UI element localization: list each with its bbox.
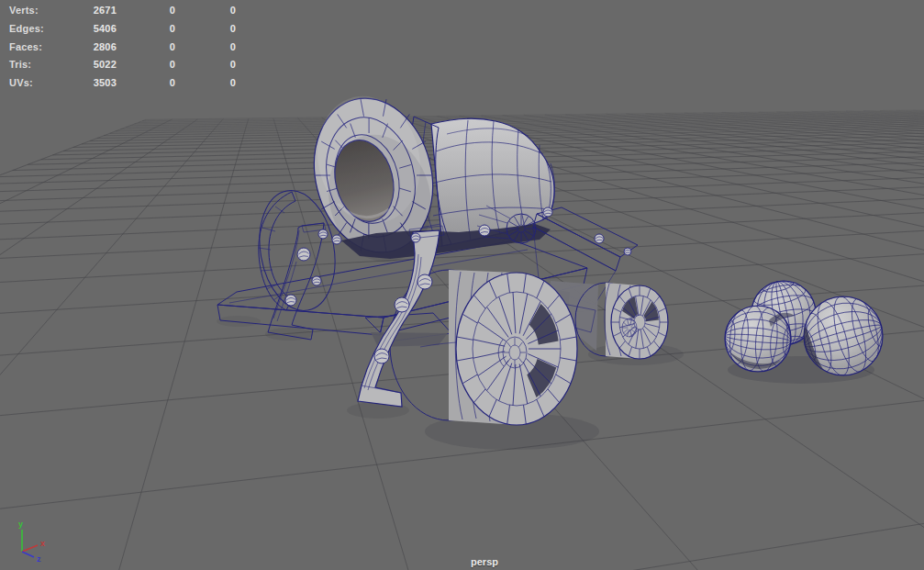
hud-value: 2671 [48, 5, 117, 16]
cannon-model[interactable] [217, 85, 668, 425]
hud-value: 3503 [48, 77, 117, 88]
hud-label: Tris: [9, 59, 31, 70]
hud-value: 0 [188, 77, 236, 88]
hud-row-faces: Faces: 2806 0 0 [0, 39, 257, 57]
hud-value: 0 [128, 41, 175, 52]
hud-label: Verts: [9, 5, 39, 16]
hud-value: 2806 [48, 41, 117, 52]
hud-value: 5022 [48, 59, 117, 70]
hud-value: 0 [128, 59, 175, 70]
hud-value: 5406 [48, 23, 117, 34]
hud-label: Edges: [9, 23, 44, 34]
hud-row-uvs: UVs: 3503 0 0 [0, 74, 257, 93]
hud-label: UVs: [9, 77, 33, 88]
hud-row-edges: Edges: 5406 0 0 [0, 20, 257, 39]
maya-viewport[interactable]: y x z Verts: 2671 0 0 Edges: 5406 0 0 Fa… [0, 0, 924, 570]
hud-value: 0 [128, 23, 175, 34]
hud-row-tris: Tris: 5022 0 0 [0, 56, 257, 74]
hud-value: 0 [188, 41, 236, 52]
poly-count-hud: Verts: 2671 0 0 Edges: 5406 0 0 Faces: 2… [0, 2, 257, 93]
axis-z-label: z [37, 554, 41, 564]
hud-value: 0 [188, 23, 236, 34]
axis-gizmo: y x z [18, 520, 45, 564]
hud-row-verts: Verts: 2671 0 0 [0, 2, 257, 20]
hud-value: 0 [128, 5, 175, 16]
hud-value: 0 [188, 59, 236, 70]
axis-x-label: x [40, 539, 45, 548]
camera-label: persp [471, 556, 498, 567]
axis-y-label: y [18, 520, 23, 529]
hud-value: 0 [188, 5, 236, 16]
hud-value: 0 [128, 77, 175, 88]
hud-label: Faces: [9, 41, 42, 52]
